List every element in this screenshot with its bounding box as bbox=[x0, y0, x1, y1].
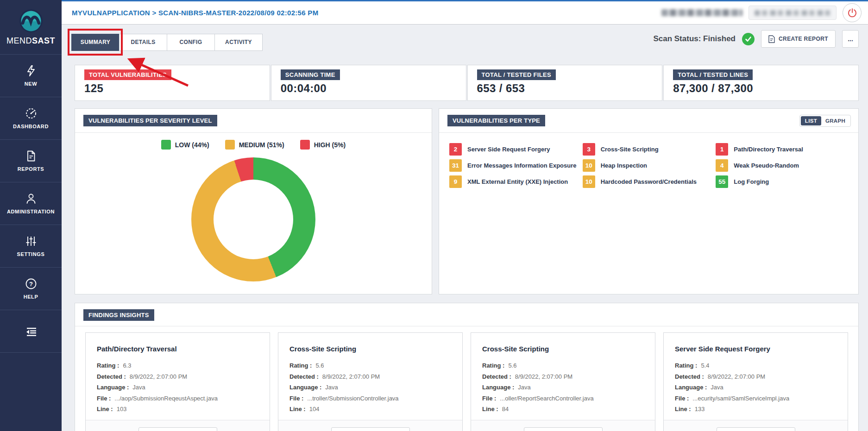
finding-language: Java bbox=[132, 384, 145, 391]
finding-file: ...oller/ReportSearchController.java bbox=[500, 395, 593, 402]
finding-action-button[interactable] bbox=[524, 427, 603, 431]
finding-language: Java bbox=[518, 384, 530, 391]
field-label: Language : bbox=[675, 384, 707, 391]
sidebar-item-label: NEW bbox=[25, 81, 37, 87]
legend-item-medium: MEDIUM (51%) bbox=[225, 140, 284, 150]
finding-detected: 8/9/2022, 2:07:00 PM bbox=[708, 374, 765, 380]
sidebar-collapse-button[interactable] bbox=[0, 310, 62, 353]
finding-line: 84 bbox=[502, 406, 509, 412]
finding-title: Cross-Site Scripting bbox=[482, 345, 644, 353]
legend-item-high: HIGH (5%) bbox=[300, 140, 346, 150]
finding-title: Path/Directory Traversal bbox=[97, 345, 258, 353]
document-icon bbox=[25, 150, 37, 162]
severity-donut bbox=[191, 157, 315, 281]
brand-name: MENDSAST bbox=[6, 36, 55, 46]
sidebar-item-help[interactable]: ? HELP bbox=[0, 268, 62, 310]
finding-rating: 5.6 bbox=[508, 362, 516, 369]
sidebar-item-administration[interactable]: ADMINISTRATION bbox=[0, 182, 62, 225]
type-count-badge: 4 bbox=[716, 159, 728, 172]
finding-action-button[interactable] bbox=[717, 427, 795, 431]
type-count-badge: 3 bbox=[583, 143, 595, 156]
field-label: Detected : bbox=[675, 374, 704, 380]
field-label: Language : bbox=[289, 384, 321, 391]
brand-logo: MENDSAST bbox=[0, 0, 62, 55]
donut-legend: LOW (44%) MEDIUM (51%) HIGH (5%) bbox=[75, 140, 432, 150]
sidebar-item-reports[interactable]: REPORTS bbox=[0, 140, 62, 182]
scan-status-text: Scan Status: Finished bbox=[653, 34, 736, 44]
tab-config[interactable]: CONFIG bbox=[167, 34, 215, 51]
type-label: Heap Inspection bbox=[601, 162, 647, 169]
finding-file: .../aop/SubmissionReqeustAspect.java bbox=[114, 395, 218, 402]
mend-logo-icon bbox=[19, 9, 43, 33]
tab-summary[interactable]: SUMMARY bbox=[71, 34, 120, 51]
sidebar-item-dashboard[interactable]: DASHBOARD bbox=[0, 97, 62, 140]
legend-swatch bbox=[300, 140, 310, 150]
field-label: Line : bbox=[482, 406, 498, 412]
type-label: XML External Entity (XXE) Injection bbox=[467, 178, 568, 185]
field-label: Line : bbox=[289, 406, 306, 412]
field-label: Language : bbox=[97, 384, 129, 391]
type-item: 4Weak Pseudo-Random bbox=[716, 159, 849, 171]
field-label: Rating : bbox=[97, 362, 119, 369]
type-item: 9XML External Entity (XXE) Injection bbox=[449, 175, 583, 187]
findings-cards-row: Path/Directory Traversal Rating :6.3 Det… bbox=[75, 326, 858, 431]
finding-card: Path/Directory Traversal Rating :6.3 Det… bbox=[85, 332, 270, 431]
sidebar-item-label: REPORTS bbox=[18, 166, 44, 172]
field-label: File : bbox=[675, 395, 689, 402]
type-item: 31Error Messages Information Exposure bbox=[449, 159, 583, 171]
type-count-badge: 1 bbox=[716, 143, 728, 156]
finding-line: 133 bbox=[695, 406, 705, 412]
stat-badge: TOTAL / TESTED FILES bbox=[477, 69, 556, 80]
more-actions-button[interactable]: ... bbox=[842, 30, 859, 48]
field-label: Detected : bbox=[482, 374, 511, 380]
finding-title: Cross-Site Scripting bbox=[289, 345, 451, 353]
type-item: 1Path/Directory Traversal bbox=[716, 143, 849, 155]
type-count-badge: 2 bbox=[449, 143, 462, 156]
sliders-icon bbox=[25, 235, 37, 247]
breadcrumb[interactable]: MYVULNAPPLICATION > SCAN-NIBRS-MASTER-20… bbox=[72, 9, 318, 17]
field-label: Language : bbox=[482, 384, 514, 391]
field-label: Detected : bbox=[97, 374, 126, 380]
finding-rating: 5.4 bbox=[701, 362, 709, 369]
lightning-icon bbox=[25, 65, 37, 77]
type-label: Log Forging bbox=[734, 178, 769, 185]
finding-language: Java bbox=[325, 384, 338, 391]
stat-card-total-vulnerabilities: TOTAL VULNERABILITIES 125 bbox=[75, 65, 270, 101]
tab-details[interactable]: DETAILS bbox=[119, 34, 167, 51]
findings-panel: FINDINGS INSIGHTS Path/Directory Travers… bbox=[75, 303, 859, 431]
finding-title: Server Side Request Forgery bbox=[675, 345, 837, 353]
finding-detected: 8/9/2022, 2:07:00 PM bbox=[322, 374, 380, 380]
legend-item-low: LOW (44%) bbox=[161, 140, 209, 150]
severity-panel-title: VULNERABILITIES PER SEVERITY LEVEL bbox=[83, 115, 217, 126]
organization-selector-redacted[interactable] bbox=[748, 6, 837, 20]
report-document-icon bbox=[768, 35, 775, 43]
scan-status-row: Scan Status: Finished CREATE REPORT ... bbox=[653, 30, 859, 48]
main-content: SUMMARY DETAILS CONFIG ACTIVITY Scan Sta… bbox=[62, 25, 868, 431]
legend-swatch bbox=[161, 140, 171, 150]
create-report-button[interactable]: CREATE REPORT bbox=[761, 30, 836, 48]
sidebar-item-label: ADMINISTRATION bbox=[7, 209, 55, 214]
list-graph-toggle: LIST GRAPH bbox=[799, 115, 851, 127]
type-label: Cross-Site Scripting bbox=[601, 146, 659, 153]
finding-action-button[interactable] bbox=[138, 427, 217, 431]
user-icon bbox=[25, 193, 37, 205]
user-name-redacted bbox=[661, 9, 742, 16]
type-item: 55Log Forging bbox=[716, 175, 849, 187]
legend-swatch bbox=[225, 140, 235, 150]
field-label: File : bbox=[482, 395, 496, 402]
finding-action-button[interactable] bbox=[331, 427, 410, 431]
logout-power-button[interactable] bbox=[843, 3, 862, 22]
types-panel: VULNERABILITIES PER TYPE LIST GRAPH 2Ser… bbox=[439, 108, 859, 294]
stat-value: 87,300 / 87,300 bbox=[673, 82, 849, 95]
type-label: Error Messages Information Exposure bbox=[467, 162, 577, 169]
sidebar-item-new[interactable]: NEW bbox=[0, 55, 62, 97]
toggle-list[interactable]: LIST bbox=[801, 116, 821, 125]
finding-rating: 5.6 bbox=[315, 362, 324, 369]
finding-language: Java bbox=[711, 384, 723, 391]
toggle-graph[interactable]: GRAPH bbox=[821, 116, 849, 125]
sidebar-item-settings[interactable]: SETTINGS bbox=[0, 225, 62, 268]
type-label: Server Side Request Forgery bbox=[467, 146, 550, 153]
stat-card-scanning-time: SCANNING TIME 00:04:00 bbox=[271, 65, 466, 101]
sidebar: MENDSAST NEW DASHBOARD REPORTS ADMINISTR… bbox=[0, 0, 62, 431]
tab-activity[interactable]: ACTIVITY bbox=[214, 34, 263, 51]
